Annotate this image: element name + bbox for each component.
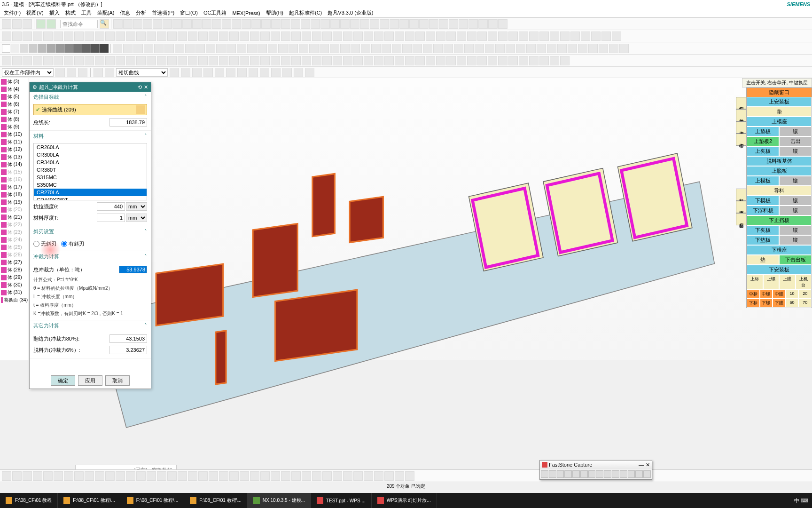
tool-icon[interactable] bbox=[578, 44, 587, 53]
tool-icon[interactable] bbox=[43, 56, 53, 65]
overlay-cell[interactable]: 上脱板 bbox=[747, 166, 812, 176]
tool-icon[interactable] bbox=[399, 19, 409, 29]
shade-icon[interactable] bbox=[91, 44, 100, 53]
tool-icon[interactable] bbox=[309, 44, 319, 53]
tool-icon[interactable] bbox=[529, 56, 539, 65]
tool-icon[interactable] bbox=[475, 44, 484, 53]
tool-open-icon[interactable] bbox=[12, 19, 22, 29]
tool-icon[interactable] bbox=[557, 44, 567, 53]
tool-icon[interactable] bbox=[281, 471, 290, 481]
overlay-cell[interactable]: 下止挡板 bbox=[747, 215, 812, 225]
tree-item[interactable]: 体 (28) bbox=[0, 266, 29, 274]
tool-icon[interactable] bbox=[209, 32, 218, 41]
tool-icon[interactable] bbox=[116, 56, 125, 65]
tool-icon[interactable] bbox=[136, 56, 146, 65]
tool-icon[interactable] bbox=[395, 56, 404, 65]
tool-icon[interactable] bbox=[601, 32, 611, 41]
menu-item[interactable]: 格式 bbox=[62, 9, 78, 16]
tool-icon[interactable] bbox=[619, 44, 629, 53]
tool-icon[interactable] bbox=[143, 19, 152, 29]
shade-icon[interactable] bbox=[47, 44, 55, 53]
tool-icon[interactable] bbox=[260, 471, 270, 481]
tool-icon[interactable] bbox=[390, 19, 399, 29]
tool-icon[interactable] bbox=[64, 32, 73, 41]
tool-icon[interactable] bbox=[192, 19, 202, 29]
overlay-cell[interactable]: 下击出板 bbox=[779, 255, 812, 265]
tool-icon[interactable] bbox=[395, 32, 404, 41]
tree-item[interactable]: 体 (9) bbox=[0, 123, 29, 131]
shade-icon[interactable] bbox=[55, 44, 64, 53]
tool-icon[interactable] bbox=[229, 32, 239, 41]
tool-icon[interactable] bbox=[250, 56, 259, 65]
tool-icon[interactable] bbox=[188, 471, 197, 481]
menu-item[interactable]: 首选项(P) bbox=[149, 9, 177, 16]
tool-icon[interactable] bbox=[85, 56, 94, 65]
overlay-cell[interactable]: 导料 bbox=[747, 186, 812, 196]
curve-select[interactable]: 相切曲线 bbox=[116, 68, 168, 77]
tool-icon[interactable] bbox=[212, 19, 221, 29]
tool-icon[interactable] bbox=[206, 44, 215, 53]
tree-item[interactable]: 体 (10) bbox=[0, 131, 29, 138]
tool-icon[interactable] bbox=[133, 19, 142, 29]
tree-item[interactable]: 体 (30) bbox=[0, 281, 29, 289]
taskbar-item[interactable]: TEST.ppt - WPS ... bbox=[311, 493, 372, 508]
overlay-cell[interactable]: 上垫板 bbox=[747, 127, 779, 136]
filter-icon[interactable] bbox=[305, 68, 314, 77]
tree-item[interactable]: 体 (12) bbox=[0, 146, 29, 153]
menu-item[interactable]: 装配(A) bbox=[94, 9, 117, 16]
tool-icon[interactable] bbox=[333, 56, 342, 65]
tool-icon[interactable] bbox=[382, 44, 391, 53]
tool-icon[interactable] bbox=[612, 32, 621, 41]
tool-icon[interactable] bbox=[539, 56, 549, 65]
material-item[interactable]: S350MC bbox=[34, 181, 147, 189]
capture-tool-icon[interactable] bbox=[557, 470, 564, 478]
unit-select[interactable]: mm bbox=[126, 202, 147, 211]
tool-icon[interactable] bbox=[591, 32, 601, 41]
tool-icon[interactable] bbox=[133, 44, 143, 53]
tree-item[interactable]: 体 (18) bbox=[0, 191, 29, 198]
tool-icon[interactable] bbox=[229, 56, 239, 65]
tool-icon[interactable] bbox=[333, 32, 342, 41]
filter-icon[interactable] bbox=[260, 68, 269, 77]
overlay-cell[interactable]: 上垫板2 bbox=[747, 136, 779, 146]
side-tab[interactable]: 料 bbox=[736, 189, 746, 201]
taskbar-item[interactable]: F:\08_CF\01 教程\... bbox=[58, 493, 121, 508]
force-value[interactable]: 53.9378 bbox=[119, 266, 147, 273]
tool-icon[interactable] bbox=[370, 19, 379, 29]
overlay-cell[interactable]: 击出 bbox=[779, 136, 812, 146]
shade-icon[interactable] bbox=[73, 44, 82, 53]
grid-cell[interactable]: 下眼 bbox=[773, 299, 786, 308]
menu-item[interactable]: 分析 bbox=[133, 9, 149, 16]
overlay-cell[interactable]: 下安装板 bbox=[747, 265, 812, 275]
tool-icon[interactable] bbox=[371, 44, 381, 53]
tool-icon[interactable] bbox=[105, 56, 115, 65]
menu-item[interactable]: 帮助(H) bbox=[263, 9, 286, 16]
tool-icon[interactable] bbox=[459, 19, 468, 29]
tool-icon[interactable] bbox=[488, 32, 497, 41]
tool-icon[interactable] bbox=[153, 19, 162, 29]
tree-item[interactable]: 体 (16) bbox=[0, 176, 29, 183]
tool-icon[interactable] bbox=[405, 32, 414, 41]
filter-icon[interactable] bbox=[94, 68, 103, 77]
tool-icon[interactable] bbox=[340, 19, 350, 29]
tool-icon[interactable] bbox=[271, 19, 281, 29]
select-curve-row[interactable]: ✔ 选择曲线 (209) bbox=[33, 104, 147, 115]
thickness-field[interactable] bbox=[97, 214, 125, 222]
capture-tool-icon[interactable] bbox=[541, 470, 548, 478]
grid-cell[interactable]: 60 bbox=[786, 299, 799, 308]
search-icon[interactable]: 🔍 bbox=[100, 19, 109, 29]
tool-icon[interactable] bbox=[301, 19, 310, 29]
tool-icon[interactable] bbox=[423, 44, 432, 53]
close-icon[interactable]: ✕ bbox=[144, 84, 148, 90]
tool-icon[interactable] bbox=[95, 32, 104, 41]
tool-icon[interactable] bbox=[312, 32, 321, 41]
taskbar-item[interactable]: F:\08_CF\01 教程\... bbox=[121, 493, 184, 508]
tool-icon[interactable] bbox=[405, 471, 414, 481]
taskbar-item[interactable]: F:\08_CF\01 教程 bbox=[0, 493, 58, 508]
capture-tool-icon[interactable] bbox=[572, 470, 580, 478]
tree-item[interactable]: 体 (21) bbox=[0, 214, 29, 221]
menu-item[interactable]: 视图(V) bbox=[23, 9, 47, 16]
grid-cell[interactable]: 中螺 bbox=[760, 290, 773, 299]
material-item[interactable]: CR270LA bbox=[34, 189, 147, 196]
tool-icon[interactable] bbox=[157, 32, 166, 41]
